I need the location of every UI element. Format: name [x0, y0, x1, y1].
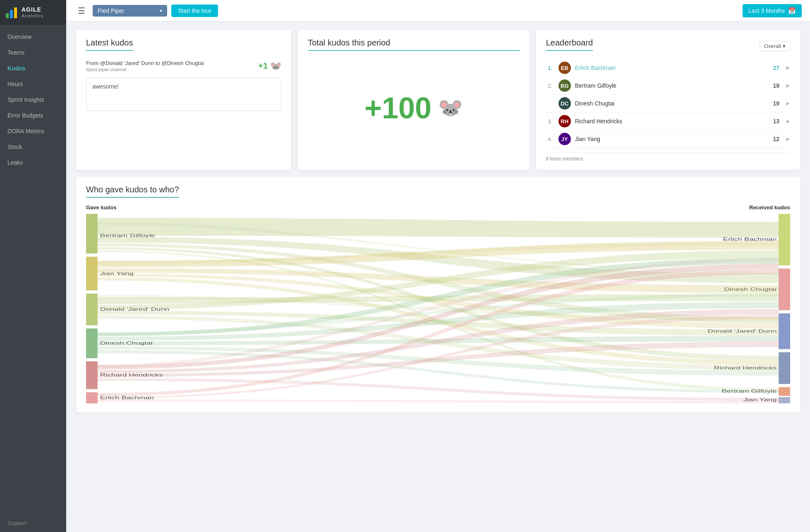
svg-rect-3: [86, 214, 98, 254]
sidebar-item-sprint-insights[interactable]: Sprint Insights: [0, 92, 66, 108]
lb-trend-icon: ➤: [785, 82, 790, 89]
total-kudos-title: Total kudos this period: [308, 38, 520, 51]
received-kudos-label: Received kudos: [749, 204, 790, 211]
kudos-from-text: From @Donald 'Jared' Dunn to @Dinesh Chu…: [86, 60, 204, 66]
svg-rect-21: [779, 352, 790, 384]
team-name: Pied Piper: [98, 7, 125, 14]
sankey-title: Who gave kudos to who?: [86, 185, 179, 198]
svg-rect-13: [86, 392, 98, 403]
app-logo: AGILE Analytics: [0, 0, 66, 25]
svg-rect-1: [10, 10, 13, 18]
kudos-channel: #pied-piper-channel: [86, 67, 204, 72]
chevron-down-icon: ▾: [160, 8, 162, 14]
leaderboard-title: Leaderboard: [546, 38, 593, 51]
lb-rank: 2.: [546, 83, 554, 89]
svg-rect-5: [86, 257, 98, 290]
avatar: JY: [558, 133, 571, 145]
cards-row: Latest kudos From @Donald 'Jared' Dunn t…: [66, 22, 810, 177]
lb-score: 27: [773, 65, 779, 71]
total-kudos-amount: +100: [364, 91, 431, 125]
lb-rank: 4.: [546, 136, 554, 142]
start-tour-button[interactable]: Start the tour: [171, 5, 218, 17]
leaderboard-members-count: 6 team members: [546, 152, 790, 162]
lb-name: Dinesh Chugtai: [575, 100, 769, 107]
gave-kudos-label: Gave kudos: [86, 204, 117, 211]
svg-rect-7: [86, 294, 98, 326]
sidebar-item-error-budgets[interactable]: Error Budgets: [0, 108, 66, 123]
avatar: RH: [558, 115, 571, 127]
sankey-axis-labels: Gave kudos Received kudos: [86, 204, 790, 211]
lb-trend-icon: ➤: [785, 65, 790, 71]
app-name: AGILE: [22, 7, 43, 13]
lb-rank: 1.: [546, 65, 554, 71]
latest-kudos-card: Latest kudos From @Donald 'Jared' Dunn t…: [76, 30, 291, 170]
svg-rect-11: [86, 362, 98, 389]
avatar: EB: [558, 62, 571, 74]
sidebar-item-overview[interactable]: Overview: [0, 29, 66, 45]
main-content: ☰ Pied Piper ▾ Start the tour Last 3 Mon…: [66, 0, 810, 532]
chevron-down-icon: ▾: [783, 43, 786, 49]
lb-name: Erlich Bachman: [575, 65, 769, 71]
sidebar-item-dora-metrics[interactable]: DORA Metrics: [0, 123, 66, 139]
lb-trend-icon: ➤: [785, 118, 790, 125]
svg-rect-23: [779, 387, 790, 396]
support-link[interactable]: Support: [0, 514, 66, 532]
calendar-icon: 📅: [788, 7, 796, 14]
svg-rect-17: [779, 268, 790, 310]
sidebar: AGILE Analytics Overview Teams Kudos Hou…: [0, 0, 66, 532]
svg-rect-2: [14, 7, 17, 18]
leaderboard-filter-label: Overall: [764, 43, 781, 49]
svg-rect-0: [6, 13, 9, 18]
mouse-icon: 🐭: [270, 61, 281, 72]
svg-rect-19: [779, 314, 790, 349]
kudos-message: awesome!: [86, 78, 281, 111]
leaderboard-row: 2. BG Bertram Gilfoyle 19 ➤: [546, 77, 790, 95]
svg-rect-15: [779, 214, 790, 266]
sidebar-item-hours[interactable]: Hours: [0, 76, 66, 92]
leaderboard-row: 4. JY Jian Yang 12 ➤: [546, 130, 790, 148]
app-subtitle: Analytics: [22, 13, 43, 18]
kudos-from-line: From @Donald 'Jared' Dunn to @Dinesh Chu…: [86, 60, 281, 72]
lb-score: 19: [773, 82, 779, 89]
sidebar-item-stock[interactable]: Stock: [0, 139, 66, 155]
avatar: DC: [558, 97, 571, 110]
leaderboard-row: 3. RH Richard Hendricks 13 ➤: [546, 113, 790, 130]
lb-score: 19: [773, 100, 779, 107]
lb-trend-icon: ➤: [785, 100, 790, 107]
sankey-section: Who gave kudos to who? Gave kudos Receiv…: [76, 177, 800, 412]
date-range-label: Last 3 Months: [748, 7, 785, 14]
sankey-svg: Bertram Gilfoyle Jian Yang Donald 'Jared…: [86, 214, 790, 404]
sidebar-nav: Overview Teams Kudos Hours Sprint Insigh…: [0, 25, 66, 514]
latest-kudos-title: Latest kudos: [86, 38, 133, 51]
avatar: BG: [558, 79, 571, 92]
total-kudos-display: +100 🐭: [308, 54, 520, 162]
team-selector[interactable]: Pied Piper ▾: [93, 5, 167, 17]
leaderboard-header: Leaderboard Overall ▾: [546, 38, 790, 54]
logo-icon: [5, 6, 18, 19]
sidebar-item-leaks[interactable]: Leaks: [0, 155, 66, 170]
menu-icon[interactable]: ☰: [74, 4, 89, 17]
lb-score: 13: [773, 118, 779, 125]
lb-trend-icon: ➤: [785, 136, 790, 142]
topbar: ☰ Pied Piper ▾ Start the tour Last 3 Mon…: [66, 0, 810, 22]
lb-rank: 3.: [546, 118, 554, 125]
sidebar-item-kudos[interactable]: Kudos: [0, 60, 66, 76]
leaderboard-filter[interactable]: Overall ▾: [760, 41, 790, 51]
lb-name: Richard Hendricks: [575, 118, 769, 125]
lb-name: Bertram Gilfoyle: [575, 82, 769, 89]
lb-name: Jian Yang: [575, 136, 769, 142]
sankey-chart: Bertram Gilfoyle Jian Yang Donald 'Jared…: [86, 214, 790, 404]
kudos-amount: +1: [258, 61, 268, 71]
leaderboard-row: 1. EB Erlich Bachman 27 ➤: [546, 59, 790, 77]
date-range-button[interactable]: Last 3 Months 📅: [743, 4, 802, 17]
leaderboard-row: DC Dinesh Chugtai 19 ➤: [546, 95, 790, 113]
lb-score: 12: [773, 136, 779, 142]
svg-rect-9: [86, 328, 98, 358]
total-kudos-card: Total kudos this period +100 🐭: [298, 30, 530, 170]
leaderboard-card: Leaderboard Overall ▾ 1. EB Erlich Bachm…: [536, 30, 800, 170]
svg-rect-25: [779, 397, 790, 403]
total-mouse-icon: 🐭: [438, 96, 463, 120]
sidebar-item-teams[interactable]: Teams: [0, 45, 66, 60]
